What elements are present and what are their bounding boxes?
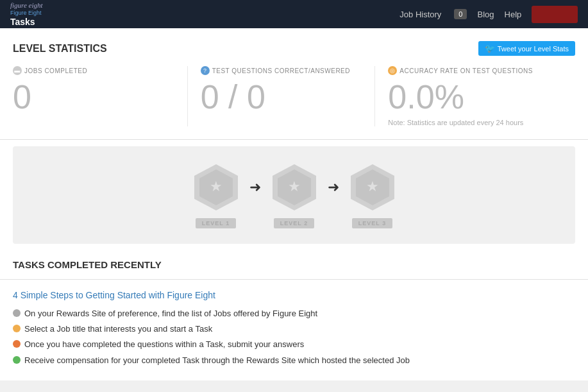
tweet-level-stats-button[interactable]: 🐦 Tweet your Level Stats <box>478 41 575 56</box>
stat-test-value: 0 / 0 <box>201 80 362 114</box>
stat-jobs-completed: ▬ JOBS COMPLETED 0 <box>13 66 188 126</box>
step-1-dot <box>13 309 21 317</box>
logo-area: figure eight Figure Eight Tasks <box>10 1 43 28</box>
level-stats-header: LEVEL STATISTICS 🐦 Tweet your Level Stat… <box>13 41 575 56</box>
stat-accuracy-label: ◎ ACCURACY RATE ON TEST QUESTIONS <box>388 66 550 75</box>
level-3-badge: ★ LEVEL 3 <box>347 162 398 228</box>
level-2-badge: ★ LEVEL 2 <box>269 162 320 228</box>
step-3-text: Once you have completed the questions wi… <box>24 339 304 350</box>
levels-section: ★ LEVEL 1 ➜ ★ LEVEL 2 ➜ <box>13 146 575 244</box>
stat-test-label: ? TEST QUESTIONS CORRECT/ANSWERED <box>201 66 362 75</box>
account-button[interactable] <box>532 6 578 23</box>
message-badge[interactable]: 0 <box>454 9 467 19</box>
level-3-label: LEVEL 3 <box>352 218 392 228</box>
level-2-label: LEVEL 2 <box>274 218 314 228</box>
step-3: Once you have completed the questions wi… <box>13 339 575 350</box>
stat-note: Note: Statistics are updated every 24 ho… <box>388 119 550 126</box>
getting-started-link[interactable]: 4 Simple Steps to Getting Started with F… <box>13 290 575 300</box>
arrow-1: ➜ <box>249 179 261 196</box>
level-1-badge: ★ LEVEL 1 <box>190 162 242 228</box>
main-content: LEVEL STATISTICS 🐦 Tweet your Level Stat… <box>0 28 588 380</box>
level-3-hex: ★ <box>347 162 398 213</box>
step-2-dot <box>13 325 21 332</box>
svg-text:★: ★ <box>366 178 379 194</box>
tasks-completed-section: TASKS COMPLETED RECENTLY <box>0 250 588 280</box>
step-4-dot <box>13 356 21 364</box>
step-4-text: Receive compensation for your completed … <box>24 355 410 366</box>
levels-wrapper: ★ LEVEL 1 ➜ ★ LEVEL 2 ➜ <box>0 140 588 250</box>
step-4: Receive compensation for your completed … <box>13 355 575 366</box>
getting-started-section: 4 Simple Steps to Getting Started with F… <box>0 280 588 380</box>
tweet-btn-label: Tweet your Level Stats <box>498 45 569 53</box>
step-2: Select a Job title that interests you an… <box>13 323 575 335</box>
step-1: On your Rewards Site of preference, find… <box>13 308 575 320</box>
step-2-text: Select a Job title that interests you an… <box>24 323 212 335</box>
job-history-link[interactable]: Job History <box>399 10 441 19</box>
svg-text:★: ★ <box>210 178 223 194</box>
arrow-2: ➜ <box>328 179 339 196</box>
twitter-icon: 🐦 <box>485 44 495 53</box>
step-3-dot <box>13 340 21 348</box>
stat-accuracy-value: 0.0% <box>388 80 550 114</box>
jobs-icon: ▬ <box>13 66 22 75</box>
accuracy-icon: ◎ <box>388 66 397 75</box>
stat-jobs-value: 0 <box>13 80 174 114</box>
step-1-text: On your Rewards Site of preference, find… <box>24 308 317 320</box>
header-nav: Job History 0 Blog Help <box>399 6 578 23</box>
help-link[interactable]: Help <box>505 10 522 19</box>
header: figure eight Figure Eight Tasks Job Hist… <box>0 0 588 28</box>
stats-grid: ▬ JOBS COMPLETED 0 ? TEST QUESTIONS CORR… <box>13 66 575 126</box>
getting-started-list: On your Rewards Site of preference, find… <box>13 308 575 366</box>
stat-accuracy: ◎ ACCURACY RATE ON TEST QUESTIONS 0.0% N… <box>388 66 562 126</box>
tasks-section-title: TASKS COMPLETED RECENTLY <box>13 259 575 270</box>
stat-test-questions: ? TEST QUESTIONS CORRECT/ANSWERED 0 / 0 <box>201 66 376 126</box>
level-statistics-section: LEVEL STATISTICS 🐦 Tweet your Level Stat… <box>0 28 588 140</box>
test-icon: ? <box>201 66 210 75</box>
blog-link[interactable]: Blog <box>477 10 494 19</box>
level-stats-title: LEVEL STATISTICS <box>13 43 107 55</box>
svg-text:★: ★ <box>288 178 301 194</box>
stat-jobs-label: ▬ JOBS COMPLETED <box>13 66 174 75</box>
level-1-hex: ★ <box>190 162 242 213</box>
level-1-label: LEVEL 1 <box>196 218 236 228</box>
level-2-hex: ★ <box>269 162 320 213</box>
